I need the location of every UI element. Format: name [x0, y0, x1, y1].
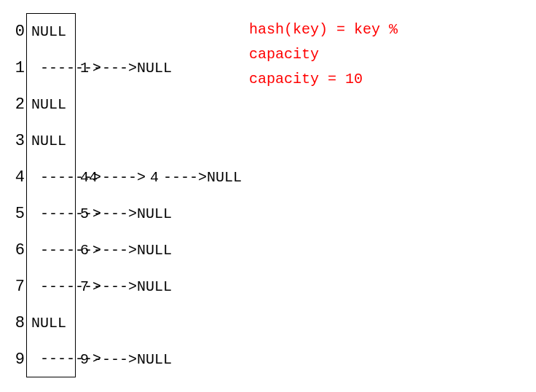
chain: 6---->NULL	[76, 242, 172, 259]
chain-node: 44	[76, 169, 102, 186]
arrow-icon: ---->	[93, 205, 137, 222]
chain-node: 9	[76, 351, 93, 368]
chain: 1---->NULL	[76, 60, 172, 77]
bucket-row: 8NULL	[9, 305, 536, 341]
arrow-icon: ---->	[163, 169, 207, 186]
formula-line-3: capacity = 10	[249, 71, 363, 87]
bucket-cell: ------>	[26, 159, 76, 195]
bucket-index: 5	[9, 205, 26, 223]
arrow-icon: ---->	[93, 242, 137, 259]
chain-node: 7	[76, 278, 93, 295]
bucket-index: 3	[9, 132, 26, 150]
null-label: NULL	[31, 315, 66, 332]
bucket-row: 3NULL	[9, 122, 536, 159]
null-label: NULL	[137, 205, 172, 222]
null-label: NULL	[137, 242, 172, 259]
bucket-cell: ------>	[26, 50, 76, 86]
null-label: NULL	[137, 351, 172, 368]
bucket-index: 9	[9, 350, 26, 369]
hash-formula: hash(key) = key % capacity capacity = 10	[249, 17, 398, 92]
bucket-cell: ------>	[26, 232, 76, 268]
bucket-cell: NULL	[26, 13, 76, 50]
chain: 44----> 4---->NULL	[76, 169, 242, 186]
bucket-cell: NULL	[26, 305, 76, 341]
bucket-index: 0	[9, 23, 26, 41]
chain-node: 5	[76, 205, 93, 222]
null-label: NULL	[31, 96, 66, 113]
bucket-row: 6 ------> 6---->NULL	[9, 232, 536, 268]
null-label: NULL	[137, 278, 172, 295]
null-label: NULL	[31, 133, 66, 149]
arrow-icon: ---->	[93, 278, 137, 295]
chain: 7---->NULL	[76, 278, 172, 295]
bucket-index: 4	[9, 168, 26, 187]
null-label: NULL	[207, 169, 242, 186]
formula-line-2: capacity	[249, 46, 319, 63]
bucket-index: 2	[9, 95, 26, 114]
formula-line-1: hash(key) = key %	[249, 21, 398, 38]
bucket-index: 7	[9, 278, 26, 296]
arrow-icon: ---->	[102, 169, 146, 186]
bucket-index: 8	[9, 314, 26, 332]
bucket-index: 1	[9, 59, 26, 77]
hash-table-diagram: hash(key) = key % capacity capacity = 10…	[9, 13, 536, 377]
chain: 9---->NULL	[76, 351, 172, 368]
arrow-icon: ---->	[93, 60, 137, 77]
bucket-cell: ------>	[26, 268, 76, 305]
null-label: NULL	[137, 60, 172, 77]
bucket-cell: ------>	[26, 195, 76, 232]
bucket-cell: ------>	[26, 341, 76, 377]
bucket-index: 6	[9, 241, 26, 259]
null-label: NULL	[31, 23, 66, 40]
chain: 5---->NULL	[76, 205, 172, 222]
bucket-row: 4 ------> 44----> 4---->NULL	[9, 159, 536, 195]
bucket-row: 5 ------> 5---->NULL	[9, 195, 536, 232]
arrow-icon: ---->	[93, 351, 137, 368]
bucket-row: 7 ------> 7---->NULL	[9, 268, 536, 305]
bucket-row: 9 ------> 9---->NULL	[9, 341, 536, 377]
chain-node: 6	[76, 242, 93, 259]
chain-node: 4	[146, 169, 163, 186]
chain-node: 1	[76, 60, 93, 77]
bucket-cell: NULL	[26, 122, 76, 159]
bucket-cell: NULL	[26, 86, 76, 122]
